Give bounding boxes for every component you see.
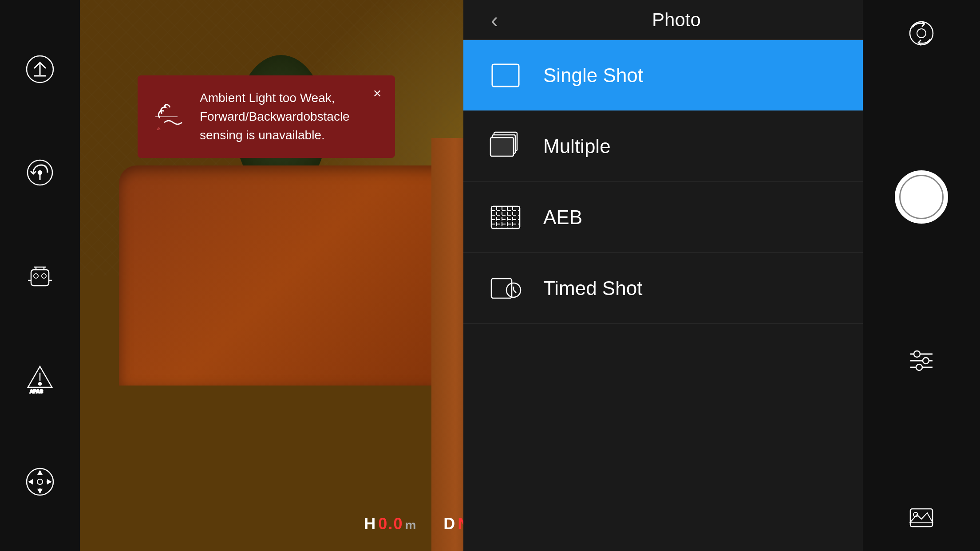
photo-menu-header: ‹ Photo (463, 0, 863, 40)
svg-point-47 (910, 22, 933, 45)
svg-point-8 (42, 274, 46, 278)
hud-d-label: D (443, 515, 456, 533)
alert-close-button[interactable]: × (368, 84, 386, 102)
svg-rect-33 (490, 138, 514, 156)
settings-sliders-icon[interactable] (901, 341, 941, 381)
joystick-icon[interactable] (20, 462, 60, 502)
svg-rect-6 (31, 270, 49, 286)
svg-line-46 (514, 290, 516, 293)
upload-icon[interactable] (20, 49, 60, 89)
flip-camera-icon[interactable] (901, 13, 941, 53)
hud-h-value: 0.0 (378, 515, 403, 533)
svg-point-53 (923, 358, 929, 364)
svg-point-48 (917, 29, 926, 38)
capture-button-inner (899, 175, 944, 219)
aeb-label: AEB (543, 206, 582, 228)
svg-point-54 (916, 364, 922, 370)
hud-h-unit: m (405, 518, 417, 532)
svg-point-27 (37, 479, 43, 484)
svg-marker-26 (47, 480, 51, 484)
right-sidebar (863, 0, 980, 551)
apas-icon[interactable]: APAS (20, 358, 60, 398)
svg-marker-23 (38, 471, 42, 474)
aeb-icon (486, 197, 526, 237)
svg-text:⚠: ⚠ (157, 126, 161, 131)
alert-icon: ⚠ (151, 99, 186, 134)
gallery-icon[interactable] (901, 498, 941, 538)
single-shot-icon (486, 55, 526, 95)
menu-item-multiple[interactable]: Multiple (463, 111, 863, 182)
timed-shot-icon (486, 268, 526, 308)
hud-horizontal: H 0.0 m (364, 515, 417, 533)
svg-rect-30 (492, 64, 519, 87)
robot-icon[interactable] (20, 256, 60, 295)
return-icon[interactable] (20, 153, 60, 193)
back-button[interactable]: ‹ (481, 7, 508, 33)
menu-item-aeb[interactable]: AEB (463, 182, 863, 253)
photo-menu: ‹ Photo Single Shot Multiple (463, 0, 863, 551)
photo-menu-title: Photo (508, 9, 845, 31)
menu-item-single-shot[interactable]: Single Shot (463, 40, 863, 111)
alert-box: ⚠ Ambient Light too Weak, Forward/Backwa… (138, 75, 395, 158)
timed-shot-label: Timed Shot (543, 277, 642, 299)
svg-marker-24 (38, 489, 42, 492)
svg-point-16 (39, 382, 41, 385)
svg-text:APAS: APAS (30, 389, 43, 394)
hud-h-label: H (364, 515, 376, 533)
svg-point-7 (34, 274, 38, 278)
svg-point-52 (914, 351, 920, 357)
svg-point-5 (38, 171, 42, 174)
multiple-label: Multiple (543, 135, 611, 157)
svg-rect-34 (491, 206, 520, 228)
single-shot-label: Single Shot (543, 64, 643, 87)
alert-message: Ambient Light too Weak, Forward/Backward… (200, 89, 373, 145)
capture-button[interactable] (895, 170, 948, 224)
left-sidebar: APAS (0, 0, 80, 551)
menu-item-timed-shot[interactable]: Timed Shot (463, 253, 863, 324)
multiple-icon (486, 126, 526, 166)
svg-marker-25 (29, 480, 32, 484)
